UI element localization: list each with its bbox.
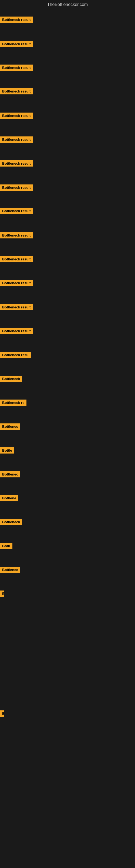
bottleneck-label: Bottleneck result [0, 304, 33, 310]
bottleneck-label: Bottlenec [0, 471, 20, 477]
bottleneck-label: Bottleneck result [0, 208, 33, 214]
bottleneck-label: Bottleneck resu [0, 352, 31, 358]
bottleneck-label: Bottleneck re [0, 400, 27, 406]
bottleneck-label: Bottleneck [0, 519, 22, 525]
bottleneck-item: Bottleneck result [0, 41, 33, 48]
bottleneck-item: Bottleneck resu [0, 352, 31, 359]
bottleneck-item: Bottlene [0, 495, 18, 502]
bottleneck-item: Bottleneck result [0, 280, 33, 287]
bottleneck-item: Bottleneck result [0, 160, 33, 167]
bottleneck-item: Bottleneck result [0, 136, 33, 144]
bottleneck-label: Bottlenec [0, 424, 20, 430]
bottleneck-item: Bottlenec [0, 424, 20, 431]
bottleneck-item: Bottleneck result [0, 256, 33, 264]
bottleneck-label: Bottlene [0, 495, 18, 501]
bottleneck-label: Bottleneck [0, 376, 22, 382]
bottleneck-item: Bottleneck [0, 519, 22, 526]
bottleneck-label: Bottleneck result [0, 232, 33, 239]
bottleneck-item: Bottlenec [0, 471, 20, 478]
bottleneck-label: Bottleneck result [0, 136, 33, 143]
bottleneck-item: Bottleneck result [0, 208, 33, 215]
bottleneck-item: Bottleneck result [0, 65, 33, 72]
bottleneck-item: Bottleneck result [0, 184, 33, 192]
bottleneck-item: Bottleneck result [0, 88, 33, 95]
bottleneck-label: Bottleneck result [0, 17, 33, 23]
bottleneck-item: Bottleneck result [0, 17, 33, 24]
bottleneck-item: Bottl [0, 543, 12, 550]
bottleneck-label: Bottleneck result [0, 160, 33, 166]
bottleneck-item: Bottleneck result [0, 232, 33, 240]
bottleneck-label: Bottl [0, 543, 12, 549]
bottleneck-label: B [0, 710, 4, 717]
bottleneck-item: B [0, 710, 4, 718]
bottleneck-label: Bottleneck result [0, 256, 33, 262]
bottleneck-item: Bottleneck result [0, 304, 33, 311]
bottleneck-item: Bottlenec [0, 567, 20, 574]
bottleneck-label: Bottle [0, 447, 14, 454]
bottleneck-label: Bottleneck result [0, 88, 33, 94]
bottleneck-label: Bottleneck result [0, 184, 33, 191]
bottleneck-item: B [0, 590, 4, 598]
bottleneck-label: Bottleneck result [0, 280, 33, 286]
bottleneck-item: Bottleneck re [0, 400, 27, 407]
bottleneck-item: Bottleneck [0, 376, 22, 383]
bottleneck-item: Bottleneck result [0, 113, 33, 120]
bottleneck-label: Bottleneck result [0, 41, 33, 47]
bottleneck-label: Bottlenec [0, 567, 20, 573]
bottleneck-item: Bottleneck result [0, 328, 33, 335]
bottleneck-label: Bottleneck result [0, 328, 33, 334]
bottleneck-label: B [0, 590, 4, 597]
bottleneck-label: Bottleneck result [0, 65, 33, 71]
bottleneck-label: Bottleneck result [0, 113, 33, 119]
site-title: TheBottlenecker.com [0, 0, 135, 9]
bottleneck-item: Bottle [0, 447, 14, 455]
